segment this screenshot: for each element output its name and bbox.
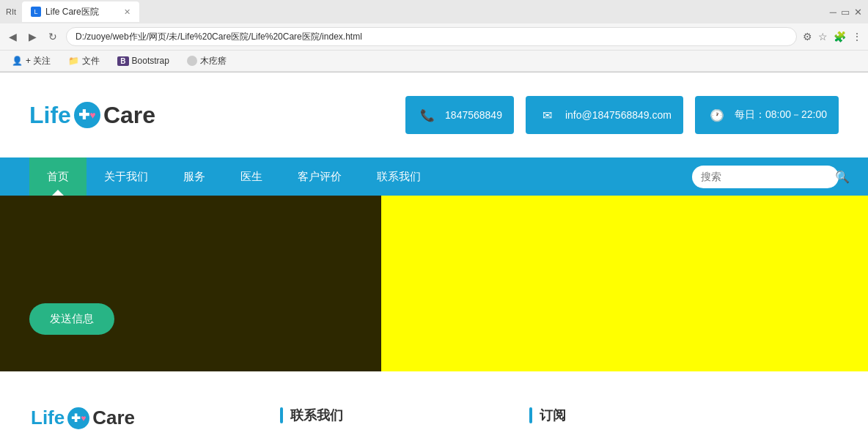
close-tab-icon[interactable]: ✕ [124,7,130,17]
footer-section: Life ✚♥ Care 当您来到我们诊所，我们提供一流的医疗服务，以确保您获得… [0,371,868,430]
site-nav: 首页 关于我们 服务 医生 客户评价 联系我们 🔍 [0,157,868,196]
nav-item-home[interactable]: 首页 [29,157,87,196]
nav-item-services[interactable]: 服务 [166,157,223,196]
tab-favicon: L [31,7,41,17]
file-icon: 📁 [68,56,79,66]
subscribe-section-title: 订阅 [529,407,837,424]
footer-logo-area: Life ✚♥ Care 当您来到我们诊所，我们提供一流的医疗服务，以确保您获得… [31,407,251,430]
footer-logo-life: Life [31,407,65,429]
search-button[interactable]: 🔍 [835,170,850,184]
mutouyi-icon [187,56,197,66]
bookmark-follow[interactable]: 👤 + 关注 [6,53,56,69]
business-hours: 每日：08:00－22:00 [735,108,827,122]
header-contacts: 📞 1847568849 ✉ info@1847568849.com 🕐 每日：… [405,96,839,134]
footer-contact-section: 联系我们 📍 福建省漳州市平和县 ✈ info@1847568849.com 📞… [280,407,500,430]
logo-care-text: Care [103,102,155,129]
hours-contact: 🕐 每日：08:00－22:00 [695,96,839,134]
browser-titlebar: RIt L Life Care医院 ✕ ─ ▭ ✕ [0,0,868,23]
browser-tab[interactable]: L Life Care医院 ✕ [22,1,139,22]
browser-chrome: RIt L Life Care医院 ✕ ─ ▭ ✕ ◀ ▶ ↻ D:/zuoye… [0,0,868,73]
email-icon: ✉ [537,105,558,125]
follow-icon: 👤 [12,56,23,66]
email-address: info@1847568849.com [565,109,672,121]
search-input[interactable] [701,171,829,182]
nav-item-doctors[interactable]: 医生 [223,157,280,196]
clock-icon: 🕐 [707,105,727,125]
tab-title: Life Care医院 [45,6,99,18]
hero-yellow-area [381,196,868,371]
site-header: Life ✚♥ Care 📞 1847568849 ✉ info@1847568… [0,73,868,157]
send-message-button[interactable]: 发送信息 [29,303,114,335]
bootstrap-label: Bootstrap [132,56,169,66]
forward-button[interactable]: ▶ [26,29,40,44]
nav-item-reviews[interactable]: 客户评价 [280,157,359,196]
address-bar[interactable]: D:/zuoye/web作业/网页/未/Life%20Care医院/Life%2… [66,27,797,46]
follow-label: + 关注 [26,55,51,67]
bootstrap-icon: B [117,56,128,66]
nav-item-about[interactable]: 关于我们 [87,157,166,196]
footer-logo-heart: ✚♥ [67,407,89,429]
nav-links: 首页 关于我们 服务 医生 客户评价 联系我们 [29,157,438,196]
nav-item-contact[interactable]: 联系我们 [359,157,438,196]
footer-grid: Life ✚♥ Care 当您来到我们诊所，我们提供一流的医疗服务，以确保您获得… [31,407,837,430]
website: Life ✚♥ Care 📞 1847568849 ✉ info@1847568… [0,73,868,430]
refresh-button[interactable]: ↻ [45,29,60,44]
tab-text: RIt [6,7,16,16]
maximize-icon[interactable]: ▭ [841,7,850,18]
file-label: 文件 [82,55,100,67]
bookmark-mutouyi[interactable]: 木疙瘩 [181,53,232,69]
menu-icon[interactable]: ⋮ [852,31,862,42]
mutouyi-label: 木疙瘩 [200,55,227,67]
minimize-icon[interactable]: ─ [830,7,836,18]
logo-life-text: Life [29,102,71,129]
phone-contact: 📞 1847568849 [405,96,514,134]
back-button[interactable]: ◀ [6,29,20,44]
logo-heart-icon: ✚♥ [74,102,100,128]
bookmark-bootstrap[interactable]: B Bootstrap [111,54,175,67]
phone-icon: 📞 [417,105,438,125]
bookmark-icon[interactable]: ☆ [818,31,828,42]
hero-section: 发送信息 [0,196,868,371]
footer-subscribe-section: 订阅 从我们的专家那里获取健康新闻、技巧和解决方案。 ➤ [529,407,837,430]
email-contact: ✉ info@1847568849.com [526,96,683,134]
search-box: 🔍 [692,166,839,188]
site-logo: Life ✚♥ Care [29,102,155,129]
bookmark-file[interactable]: 📁 文件 [62,53,106,69]
bookmarks-bar: 👤 + 关注 📁 文件 B Bootstrap 木疙瘩 [0,50,868,72]
footer-logo-care: Care [92,407,135,429]
phone-number: 1847568849 [445,109,502,121]
settings-icon[interactable]: ⚙ [803,31,812,42]
window-close-icon[interactable]: ✕ [854,7,862,18]
footer-logo: Life ✚♥ Care [31,407,251,429]
extensions-icon[interactable]: 🧩 [834,31,846,42]
hero-dark-area: 发送信息 [0,196,381,371]
browser-addressbar: ◀ ▶ ↻ D:/zuoye/web作业/网页/未/Life%20Care医院/… [0,23,868,50]
contact-section-title: 联系我们 [280,407,500,424]
